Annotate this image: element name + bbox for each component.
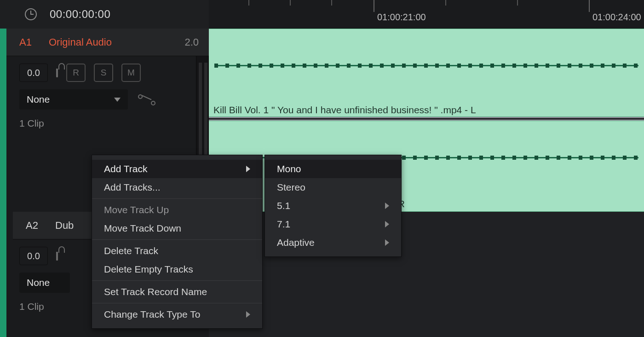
track-header-a1[interactable]: A1 Original Audio 2.0 — [6, 29, 209, 56]
menu-separator — [92, 280, 262, 281]
audio-clip-a1-left[interactable]: Kill Bill Vol. 1 " You and I have unfini… — [209, 29, 644, 117]
automation-mode-select[interactable]: None — [19, 89, 128, 110]
track-context-menu: Add Track Add Tracks... Move Track Up Mo… — [92, 155, 263, 329]
track-id: A1 — [19, 36, 49, 48]
clock-icon — [25, 8, 37, 20]
clip-count-label: 1 Clip — [6, 114, 209, 129]
automation-mode-value: None — [27, 94, 50, 105]
lock-icon[interactable] — [56, 69, 58, 77]
chevron-right-icon — [246, 311, 250, 318]
automation-mode-value: None — [27, 277, 50, 288]
track-channel-config: 2.0 — [184, 36, 199, 48]
curve-editor-icon[interactable] — [138, 93, 155, 105]
submenu-item-adaptive[interactable]: Adaptive — [265, 233, 401, 252]
add-track-submenu: Mono Stereo 5.1 7.1 Adaptive — [264, 155, 402, 257]
ruler-tick — [374, 0, 374, 12]
ruler-scale[interactable]: 01:00:21:00 01:00:24:00 — [209, 0, 644, 28]
ruler-tick — [589, 0, 590, 12]
gain-value[interactable]: 0.0 — [19, 64, 48, 82]
solo-button[interactable]: S — [94, 64, 113, 82]
menu-item-add-tracks[interactable]: Add Tracks... — [92, 178, 262, 197]
clip-name-label: Kill Bill Vol. 1 " You and I have unfini… — [213, 105, 476, 116]
timeline-ruler[interactable]: 00:00:00:00 01:00:21:00 01:00:24:00 — [0, 0, 644, 29]
gain-value[interactable]: 0.0 — [19, 247, 48, 265]
menu-separator — [92, 239, 262, 240]
submenu-item-stereo[interactable]: Stereo — [265, 178, 401, 197]
menu-item-move-track-up: Move Track Up — [92, 201, 262, 219]
automation-mode-select[interactable]: None — [19, 273, 70, 293]
menu-separator — [92, 303, 262, 303]
submenu-item-mono[interactable]: Mono — [265, 160, 401, 178]
menu-separator — [92, 198, 262, 199]
track-id: A2 — [26, 220, 55, 232]
submenu-item-5-1[interactable]: 5.1 — [265, 197, 401, 215]
menu-item-add-track[interactable]: Add Track — [92, 160, 262, 178]
lane-separator — [209, 117, 644, 121]
ruler-label: 01:00:24:00 — [592, 12, 641, 23]
ruler-label: 01:00:21:00 — [377, 12, 426, 23]
menu-item-delete-empty-tracks[interactable]: Delete Empty Tracks — [92, 260, 262, 279]
track-color-strip — [0, 29, 6, 337]
record-arm-button[interactable]: R — [66, 64, 86, 82]
track-name[interactable]: Original Audio — [49, 36, 184, 48]
timecode-display[interactable]: 00:00:00:00 — [0, 0, 209, 29]
chevron-right-icon — [385, 203, 389, 209]
lock-icon[interactable] — [56, 252, 58, 260]
chevron-right-icon — [385, 239, 389, 246]
menu-item-set-track-record-name[interactable]: Set Track Record Name — [92, 283, 262, 301]
chevron-right-icon — [385, 221, 389, 227]
chevron-right-icon — [246, 166, 250, 172]
menu-item-delete-track[interactable]: Delete Track — [92, 242, 262, 260]
playhead-timecode: 00:00:00:00 — [50, 8, 110, 21]
chevron-down-icon — [114, 98, 121, 102]
menu-item-change-track-type[interactable]: Change Track Type To — [92, 305, 262, 324]
mute-button[interactable]: M — [121, 64, 141, 82]
menu-item-move-track-down[interactable]: Move Track Down — [92, 219, 262, 238]
submenu-item-7-1[interactable]: 7.1 — [265, 215, 401, 233]
